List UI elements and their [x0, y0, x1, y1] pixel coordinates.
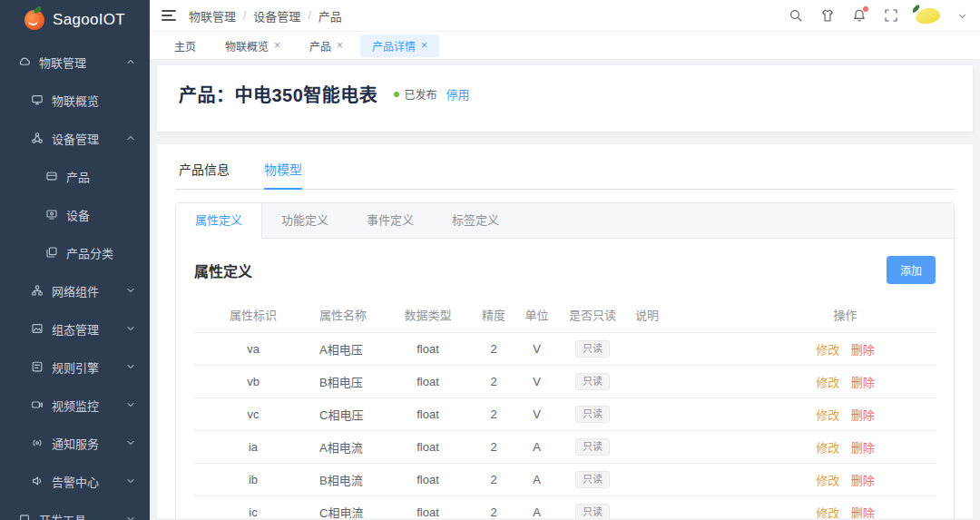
user-menu-chevron-down-icon[interactable] — [957, 11, 967, 21]
laptop-icon — [18, 513, 31, 520]
status-label: 已发布 — [404, 86, 436, 102]
chevron-down-icon — [126, 324, 135, 333]
cell-precision: 2 — [471, 333, 516, 366]
readonly-tag: 只读 — [575, 373, 610, 390]
model-tabs: 属性定义 功能定义 事件定义 标签定义 — [176, 203, 954, 239]
delete-link[interactable]: 删除 — [851, 343, 875, 357]
sidebar-item-rule-engine[interactable]: 规则引擎 — [0, 348, 150, 386]
cell-description — [628, 366, 755, 398]
tab-close-icon[interactable]: × — [421, 40, 427, 51]
chevron-down-icon — [126, 515, 135, 520]
cell-identifier: vb — [194, 366, 312, 398]
product-header: 产品：中电350智能电表 已发布 停用 — [157, 65, 973, 132]
tab-property-definition[interactable]: 属性定义 — [176, 203, 262, 239]
cell-name: A相电压 — [312, 333, 385, 366]
picture-icon — [31, 322, 44, 335]
edit-link[interactable]: 修改 — [816, 408, 839, 422]
sidebar-item-device-management[interactable]: 设备管理 — [0, 119, 150, 157]
delete-link[interactable]: 删除 — [851, 506, 875, 518]
view-tab-product-detail[interactable]: 产品详情 × — [360, 34, 439, 57]
cell-precision: 2 — [471, 464, 516, 496]
theme-skin-icon[interactable] — [820, 8, 835, 23]
col-unit: 单位 — [516, 297, 557, 333]
cell-datatype: float — [385, 333, 471, 366]
tab-product-info[interactable]: 产品信息 — [179, 160, 230, 190]
sidebar-item-notification-service[interactable]: 通知服务 — [0, 424, 150, 462]
edit-link[interactable]: 修改 — [816, 506, 839, 518]
sidebar-item-label: 物联概览 — [52, 92, 99, 109]
menu-collapse-icon[interactable] — [162, 10, 176, 21]
tab-close-icon[interactable]: × — [274, 40, 280, 51]
edit-link[interactable]: 修改 — [816, 441, 839, 455]
disable-product-link[interactable]: 停用 — [446, 85, 469, 103]
app-root: SagooIOT 物联管理 物联概览 设备管理 产品 — [0, 0, 980, 520]
sidebar-item-product-category[interactable]: 产品分类 — [0, 233, 150, 271]
breadcrumb-item[interactable]: 物联管理 — [189, 7, 236, 25]
sidebar-item-label: 通知服务 — [52, 435, 99, 452]
delete-link[interactable]: 删除 — [851, 408, 875, 422]
breadcrumb-item[interactable]: 产品 — [318, 7, 342, 25]
cell-actions: 修改 删除 — [755, 496, 936, 519]
tab-label-definition[interactable]: 标签定义 — [433, 203, 518, 238]
sidebar-item-iot-management[interactable]: 物联管理 — [0, 43, 150, 81]
cell-identifier: ib — [194, 464, 312, 496]
properties-table: 属性标识 属性名称 数据类型 精度 单位 是否只读 说明 操作 — [194, 297, 936, 518]
cell-identifier: ia — [194, 431, 312, 464]
view-tab-home[interactable]: 主页 — [162, 34, 208, 57]
main-area: 物联管理 / 设备管理 / 产品 主页 — [150, 0, 980, 520]
edit-link[interactable]: 修改 — [816, 376, 839, 389]
col-readonly: 是否只读 — [557, 297, 628, 333]
sidebar-menu: 物联管理 物联概览 设备管理 产品 设备 产 — [0, 43, 150, 520]
sidebar-item-scada-management[interactable]: 组态管理 — [0, 309, 150, 348]
device-icon — [45, 208, 58, 221]
page-title: 产品：中电350智能电表 — [179, 81, 377, 107]
view-tab-product[interactable]: 产品 × — [298, 34, 355, 57]
logo[interactable]: SagooIOT — [0, 0, 150, 40]
view-tab-label: 主页 — [174, 38, 196, 54]
tab-close-icon[interactable]: × — [337, 40, 343, 51]
delete-link[interactable]: 删除 — [851, 441, 875, 455]
cell-name: B相电压 — [312, 366, 385, 398]
sidebar-item-device[interactable]: 设备 — [0, 195, 150, 233]
sidebar-item-video-monitoring[interactable]: 视频监控 — [0, 386, 150, 424]
property-definition-panel: 属性定义 添加 属性标识 属性名称 数据类型 — [176, 239, 954, 518]
cell-precision: 2 — [471, 366, 516, 398]
breadcrumb: 物联管理 / 设备管理 / 产品 — [189, 7, 342, 25]
chevron-down-icon — [126, 438, 135, 447]
notification-bell[interactable] — [852, 8, 867, 23]
cell-precision: 2 — [471, 431, 516, 464]
app-title: SagooIOT — [53, 11, 125, 29]
delete-link[interactable]: 删除 — [851, 376, 875, 389]
breadcrumb-item[interactable]: 设备管理 — [253, 7, 300, 25]
sidebar-item-dev-tools[interactable]: 开发工具 — [0, 500, 150, 520]
product-detail-card: 产品信息 物模型 属性定义 功能定义 事件定义 标签定义 属性定义 添加 — [157, 144, 973, 518]
chevron-down-icon — [126, 286, 135, 295]
chevron-down-icon — [126, 362, 135, 371]
cell-precision: 2 — [471, 496, 516, 519]
cell-description — [628, 464, 755, 496]
user-avatar[interactable] — [915, 5, 942, 25]
cell-actions: 修改 删除 — [755, 431, 936, 464]
cell-description — [628, 333, 755, 366]
sidebar-item-product[interactable]: 产品 — [0, 157, 150, 195]
edit-link[interactable]: 修改 — [816, 343, 839, 357]
cell-readonly: 只读 — [557, 464, 628, 496]
properties-table-body: va A相电压 float 2 V 只读 修改 删除 — [194, 333, 936, 519]
delete-link[interactable]: 删除 — [851, 474, 875, 487]
sidebar-item-iot-overview[interactable]: 物联概览 — [0, 81, 150, 119]
edit-link[interactable]: 修改 — [816, 474, 839, 487]
search-icon[interactable] — [789, 8, 803, 23]
add-property-button[interactable]: 添加 — [887, 256, 936, 284]
col-actions: 操作 — [755, 297, 936, 333]
sidebar-item-alarm-center[interactable]: 告警中心 — [0, 462, 150, 500]
tab-event-definition[interactable]: 事件定义 — [348, 203, 433, 238]
tab-thing-model[interactable]: 物模型 — [264, 160, 302, 190]
fullscreen-icon[interactable] — [884, 8, 898, 23]
view-tab-iot-overview[interactable]: 物联概览 × — [213, 34, 292, 57]
table-row: vc C相电压 float 2 V 只读 修改 删除 — [194, 398, 936, 431]
sidebar-item-label: 设备 — [66, 206, 90, 223]
tab-function-definition[interactable]: 功能定义 — [262, 203, 348, 238]
sidebar-item-network-components[interactable]: 网络组件 — [0, 271, 150, 309]
status-dot-icon — [394, 92, 399, 97]
cell-datatype: float — [385, 366, 471, 398]
